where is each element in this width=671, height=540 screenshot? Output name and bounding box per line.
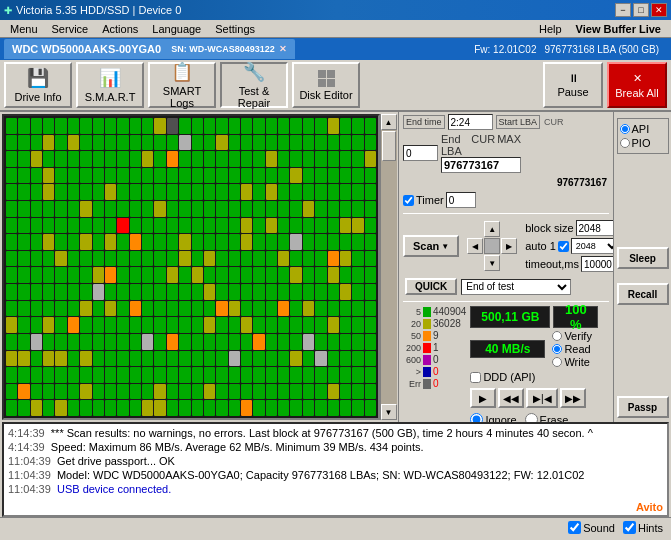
step-button[interactable]: ▶|◀ — [526, 388, 558, 408]
scroll-thumb[interactable] — [382, 131, 396, 161]
disk-editor-button[interactable]: Disk Editor — [292, 62, 360, 108]
scroll-track[interactable] — [381, 130, 397, 404]
scan-cell — [179, 267, 190, 283]
scan-cell — [130, 267, 141, 283]
menu-service[interactable]: Service — [46, 21, 95, 37]
pio-option[interactable]: PIO — [620, 137, 666, 149]
api-radio[interactable] — [620, 124, 630, 134]
scroll-down-arrow[interactable]: ▼ — [381, 404, 397, 420]
scan-cell — [278, 351, 289, 367]
scan-cell — [365, 234, 376, 250]
scan-cell — [340, 384, 351, 400]
hints-label: Hints — [638, 522, 663, 534]
tab-close-icon[interactable]: ✕ — [279, 44, 287, 54]
scan-cell — [303, 218, 314, 234]
close-button[interactable]: ✕ — [651, 3, 667, 17]
write-option[interactable]: Write — [552, 356, 592, 368]
ddd-checkbox[interactable] — [470, 372, 481, 383]
scroll-up-arrow[interactable]: ▲ — [381, 114, 397, 130]
scan-cell — [303, 201, 314, 217]
scan-cell — [365, 384, 376, 400]
menu-actions[interactable]: Actions — [96, 21, 144, 37]
menu-language[interactable]: Language — [146, 21, 207, 37]
scan-cell — [204, 218, 215, 234]
scan-cell — [192, 218, 203, 234]
maximize-button[interactable]: □ — [633, 3, 649, 17]
pause-button[interactable]: ⏸ Pause — [543, 62, 603, 108]
scan-cell — [18, 384, 29, 400]
scan-cell — [6, 301, 17, 317]
arrow-right[interactable]: ▶ — [501, 238, 517, 254]
scan-cell — [80, 218, 91, 234]
scan-cell — [352, 251, 363, 267]
scan-cell — [154, 251, 165, 267]
scrollbar-vertical[interactable]: ▲ ▼ — [380, 114, 396, 420]
scan-cell — [241, 168, 252, 184]
verify-radio[interactable] — [552, 331, 562, 341]
auto-checkbox[interactable] — [558, 241, 569, 252]
verify-option[interactable]: Verify — [552, 330, 592, 342]
sound-checkbox[interactable] — [568, 521, 581, 534]
end-lba-input[interactable] — [441, 157, 521, 173]
test-repair-button[interactable]: 🔧 Test & Repair — [220, 62, 288, 108]
play-button[interactable]: ▶ — [470, 388, 496, 408]
timer-input[interactable] — [446, 192, 476, 208]
start-lba-input[interactable] — [403, 145, 438, 161]
hints-check[interactable]: Hints — [623, 521, 663, 534]
back-button[interactable]: ◀◀ — [498, 388, 524, 408]
fwd-button[interactable]: ▶▶ — [560, 388, 586, 408]
read-option[interactable]: Read — [552, 343, 592, 355]
scan-cell — [142, 367, 153, 383]
scan-cell — [229, 384, 240, 400]
hints-checkbox[interactable] — [623, 521, 636, 534]
arrow-up[interactable]: ▲ — [484, 221, 500, 237]
write-radio[interactable] — [552, 357, 562, 367]
recall-button[interactable]: Recall — [617, 283, 669, 305]
scan-cell — [18, 184, 29, 200]
timer-checkbox[interactable] — [403, 195, 414, 206]
scan-cell — [365, 251, 376, 267]
menu-view-buffer[interactable]: View Buffer Live — [570, 21, 667, 37]
passp-button[interactable]: Passp — [617, 396, 669, 418]
api-option[interactable]: API — [620, 123, 666, 135]
drive-info-button[interactable]: 💾 Drive Info — [4, 62, 72, 108]
pause-icon: ⏸ — [568, 72, 579, 84]
arrow-left[interactable]: ◀ — [467, 238, 483, 254]
scan-cell — [241, 118, 252, 134]
device-name: WDC WD5000AAKS-00YGA0 — [12, 43, 161, 55]
minimize-button[interactable]: − — [615, 3, 631, 17]
scan-cell — [142, 151, 153, 167]
break-all-button[interactable]: ✕ Break All — [607, 62, 667, 108]
smart-button[interactable]: 📊 S.M.A.R.T — [76, 62, 144, 108]
scan-cell — [328, 184, 339, 200]
scan-cell — [117, 251, 128, 267]
device-tab[interactable]: WDC WD5000AAKS-00YGA0 SN: WD-WCAS8049312… — [4, 39, 295, 59]
scan-cell — [142, 400, 153, 416]
end-time-input[interactable] — [448, 114, 493, 130]
read-radio[interactable] — [552, 344, 562, 354]
scan-cell — [241, 201, 252, 217]
scan-cell — [204, 201, 215, 217]
scan-cell — [204, 384, 215, 400]
scan-cell — [167, 184, 178, 200]
scan-cell — [290, 234, 301, 250]
sound-check[interactable]: Sound — [568, 521, 615, 534]
arrow-down[interactable]: ▼ — [484, 255, 500, 271]
tab-bar: WDC WD5000AAKS-00YGA0 SN: WD-WCAS8049312… — [0, 38, 671, 60]
scan-cell — [229, 284, 240, 300]
pio-radio[interactable] — [620, 138, 630, 148]
scan-cell — [31, 135, 42, 151]
scan-cell — [229, 234, 240, 250]
scan-cell — [179, 317, 190, 333]
menu-help[interactable]: Help — [533, 21, 568, 37]
menu-menu[interactable]: Menu — [4, 21, 44, 37]
sleep-button[interactable]: Sleep — [617, 247, 669, 269]
scan-controls: Scan ▼ ▲ ◀ ▶ ▼ block size — [403, 220, 609, 272]
quick-button[interactable]: QUICK — [405, 278, 457, 295]
scan-cell — [340, 168, 351, 184]
stat-row-50: 50 9 — [403, 330, 466, 341]
end-test-select[interactable]: End of test Loop Stop on error — [461, 279, 571, 295]
smart-logs-button[interactable]: 📋 SMART Logs — [148, 62, 216, 108]
menu-settings[interactable]: Settings — [209, 21, 261, 37]
scan-button[interactable]: Scan ▼ — [403, 235, 459, 257]
